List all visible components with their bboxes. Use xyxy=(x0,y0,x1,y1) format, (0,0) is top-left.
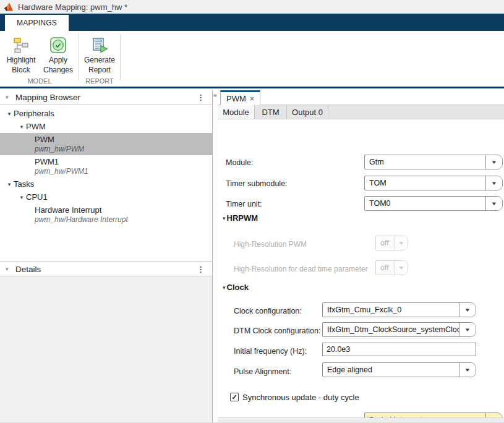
expander-icon[interactable]: ▾ xyxy=(17,194,26,200)
expander-icon[interactable]: ▾ xyxy=(5,181,14,187)
chevron-down-icon: ▼ xyxy=(464,327,471,333)
close-icon[interactable]: × xyxy=(250,95,255,103)
toolstrip-group-report: Generate Report REPORT xyxy=(81,31,118,87)
chevron-down-icon: ▼ xyxy=(464,367,471,373)
group-label-model: MODEL xyxy=(2,77,77,87)
timer-unit-label: Timer unit: xyxy=(226,199,262,209)
details-body xyxy=(0,276,212,422)
tab-dtm[interactable]: DTM xyxy=(255,105,287,119)
high-resolution-pwm-label: High-Resolution PWM xyxy=(234,239,307,249)
dropdown-button: ▼ xyxy=(395,236,408,250)
generate-report-label: Generate Report xyxy=(81,56,118,75)
window-title: Hardware Mapping: pwm_hw * xyxy=(18,2,127,12)
splitter-grip-icon[interactable]: ≡ xyxy=(213,92,217,99)
dropdown-button[interactable]: ▼ xyxy=(459,323,476,336)
dropdown-button[interactable]: ▼ xyxy=(485,155,502,169)
panel-splitter[interactable]: ≡ xyxy=(213,90,218,422)
collapse-arrow-icon: ▾ xyxy=(223,215,226,221)
synchronous-update-checkbox[interactable]: ✓ xyxy=(230,393,239,401)
tree-item-pwm[interactable]: PWM pwm_hw/PWM xyxy=(0,133,212,155)
initial-frequency-label: Initial frequency (Hz): xyxy=(234,346,307,356)
timer-unit-dropdown[interactable]: TOM0 ▼ xyxy=(364,196,503,211)
document-tab-bar: PWM × xyxy=(218,90,504,105)
timer-submodule-label: Timer submodule: xyxy=(226,179,288,189)
pulse-alignment-dropdown[interactable]: Edge aligned ▼ xyxy=(322,362,476,377)
toolstrip-group-model: Highlight Block Apply Changes MODEL xyxy=(2,31,77,87)
pulse-alignment-label: Pulse Alignment: xyxy=(234,367,291,377)
tab-mappings[interactable]: MAPPINGS xyxy=(5,15,69,31)
tree-item-pwm-group[interactable]: ▾ PWM xyxy=(0,120,212,133)
group-label-report: REPORT xyxy=(81,77,118,87)
tree-item-hardware-interrupt[interactable]: Hardware Interrupt pwm_hw/Hardware Inter… xyxy=(0,203,212,226)
clock-configuration-label: Clock configuration: xyxy=(234,306,302,316)
details-header: ▾ Details ⋮ xyxy=(0,262,212,276)
high-resolution-deadtime-dropdown: off ▼ xyxy=(375,260,408,275)
dropdown-button[interactable]: ▼ xyxy=(459,303,476,317)
chevron-down-icon: ▼ xyxy=(464,307,471,313)
ribbon: MAPPINGS xyxy=(0,14,504,31)
timer-submodule-dropdown[interactable]: TOM ▼ xyxy=(364,176,503,190)
chevron-down-icon: ▼ xyxy=(398,241,405,246)
dropdown-button: ▼ xyxy=(395,261,408,275)
highlight-block-label: Highlight Block xyxy=(2,56,40,75)
editor-subtabs: Module DTM Output 0 xyxy=(218,105,504,119)
tree-item-pwm1[interactable]: PWM1 pwm_hw/PWM1 xyxy=(0,155,212,177)
chevron-down-icon: ▼ xyxy=(491,181,498,186)
chevron-down-icon: ▼ xyxy=(491,160,498,165)
toolstrip: Highlight Block Apply Changes MODEL xyxy=(0,31,504,88)
hrpwm-section-header[interactable]: ▾ HRPWM xyxy=(223,213,258,223)
dtm-clock-configuration-dropdown[interactable]: IfxGtm_Dtm_ClockSource_systemClock ▼ xyxy=(322,322,476,337)
matlab-logo-icon xyxy=(4,2,14,12)
collapse-arrow-icon: ▾ xyxy=(223,284,226,291)
tab-pwm-label: PWM xyxy=(226,94,246,103)
module-label: Module: xyxy=(226,158,253,168)
highlight-block-button[interactable]: Highlight Block xyxy=(2,31,40,77)
tab-pwm[interactable]: PWM × xyxy=(220,90,260,105)
check-icon: ✓ xyxy=(231,393,237,401)
tree-item-peripherals[interactable]: ▾ Peripherals xyxy=(0,107,212,120)
expander-icon[interactable]: ▾ xyxy=(17,124,26,130)
tree-item-tasks[interactable]: ▾ Tasks xyxy=(0,177,212,190)
mapping-browser-header: ▾ Mapping Browser ⋮ xyxy=(0,90,212,105)
collapse-arrow-icon[interactable]: ▾ xyxy=(6,94,15,100)
hardware-mapping-window: Hardware Mapping: pwm_hw * MAPPINGS High… xyxy=(0,0,504,423)
tree-item-cpu1[interactable]: ▾ CPU1 xyxy=(0,190,212,203)
panel-menu-icon[interactable]: ⋮ xyxy=(195,265,207,274)
generate-report-button[interactable]: Generate Report xyxy=(81,31,118,77)
tab-module[interactable]: Module xyxy=(218,105,255,119)
panel-menu-icon[interactable]: ⋮ xyxy=(195,93,207,102)
dropdown-button[interactable]: ▼ xyxy=(459,363,476,377)
synchronous-update-label: Synchronous update - duty cycle xyxy=(242,393,359,402)
details-title: Details xyxy=(15,265,195,274)
module-dropdown[interactable]: Gtm ▼ xyxy=(364,155,503,169)
apply-changes-icon xyxy=(49,36,67,54)
mapping-browser-title: Mapping Browser xyxy=(15,93,195,102)
clock-section-header[interactable]: ▾ Clock xyxy=(223,283,249,292)
mapping-browser-panel: ▾ Mapping Browser ⋮ ▾ Peripherals ▾ PWM … xyxy=(0,90,213,422)
dtm-clock-configuration-label: DTM Clock configuration: xyxy=(234,326,320,336)
generate-report-icon xyxy=(91,36,108,54)
chevron-down-icon: ▼ xyxy=(398,265,405,271)
title-bar: Hardware Mapping: pwm_hw * xyxy=(0,0,504,14)
highlight-block-icon xyxy=(12,36,30,54)
initial-frequency-input[interactable] xyxy=(322,343,476,356)
toolstrip-separator xyxy=(120,34,121,80)
clock-configuration-dropdown[interactable]: IfxGtm_Cmu_Fxclk_0 ▼ xyxy=(322,302,476,317)
expander-icon[interactable]: ▾ xyxy=(5,111,14,117)
apply-changes-label: Apply Changes xyxy=(40,56,77,75)
tab-output-0[interactable]: Output 0 xyxy=(287,105,328,119)
main-area: ▾ Mapping Browser ⋮ ▾ Peripherals ▾ PWM … xyxy=(0,90,504,422)
chevron-down-icon: ▼ xyxy=(491,201,498,207)
dropdown-button[interactable]: ▼ xyxy=(485,197,502,210)
high-resolution-deadtime-label: High-Resolution for dead time parameter xyxy=(234,264,368,274)
high-resolution-pwm-dropdown: off ▼ xyxy=(375,236,408,250)
mapping-tree: ▾ Peripherals ▾ PWM PWM pwm_hw/PWM PWM1 … xyxy=(0,105,212,262)
collapse-arrow-icon[interactable]: ▾ xyxy=(6,266,15,272)
dropdown-button[interactable]: ▼ xyxy=(485,176,502,190)
toolstrip-separator xyxy=(79,34,79,80)
apply-changes-button[interactable]: Apply Changes xyxy=(40,31,77,77)
editor-panel: PWM × Module DTM Output 0 Module: Gtm ▼ … xyxy=(218,90,504,422)
horizontal-scrollbar[interactable] xyxy=(218,417,504,422)
module-form: Module: Gtm ▼ Timer submodule: TOM ▼ Tim… xyxy=(218,119,504,417)
